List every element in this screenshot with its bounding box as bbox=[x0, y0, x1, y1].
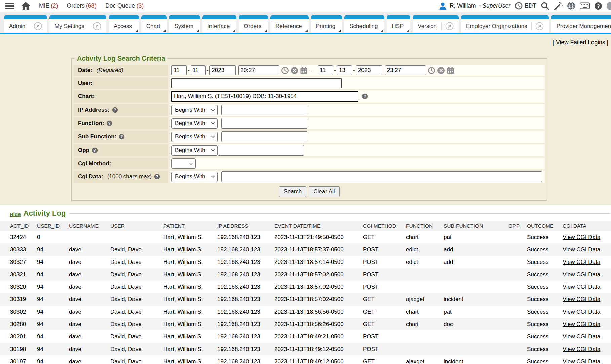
view-cgi-data-link[interactable]: View CGI Data bbox=[563, 321, 600, 327]
view-cgi-data-link[interactable]: View CGI Data bbox=[563, 296, 600, 302]
from-year-input[interactable] bbox=[209, 65, 236, 75]
sort-link[interactable]: FUNCTION bbox=[406, 223, 433, 229]
sub-function-op-select[interactable]: Begins With bbox=[171, 132, 218, 142]
to-month-input[interactable] bbox=[318, 65, 333, 75]
nav-orders[interactable]: Orders(68) bbox=[67, 2, 97, 9]
hide-log-link[interactable]: Hide bbox=[10, 211, 21, 218]
keyboard-icon[interactable] bbox=[580, 2, 590, 9]
to-day-input[interactable] bbox=[337, 65, 352, 75]
cgi-data-help-icon[interactable]: ? bbox=[154, 174, 160, 180]
sort-link[interactable]: USER_ID bbox=[37, 223, 60, 229]
cell-event: 2023-11-13T18:57:14-0500 bbox=[274, 256, 363, 268]
help-icon[interactable]: ? bbox=[594, 2, 602, 10]
from-time-input[interactable] bbox=[238, 65, 279, 75]
open-in-new-icon[interactable] bbox=[441, 22, 454, 30]
tab-my-settings[interactable]: My Settings bbox=[49, 15, 106, 33]
view-cgi-data-link[interactable]: View CGI Data bbox=[563, 333, 600, 340]
home-icon[interactable] bbox=[21, 2, 30, 10]
view-cgi-data-link[interactable]: View CGI Data bbox=[563, 259, 600, 265]
sort-link[interactable]: USER bbox=[110, 223, 125, 229]
sort-link[interactable]: IP ADDRESS bbox=[217, 223, 249, 229]
cgi-data-op-select[interactable]: Begins With bbox=[171, 172, 218, 182]
search-icon[interactable] bbox=[541, 2, 549, 10]
sort-link[interactable]: ACT_ID bbox=[10, 223, 29, 229]
cell-method: POST bbox=[363, 330, 406, 343]
view-cgi-data-link[interactable]: View CGI Data bbox=[563, 234, 600, 240]
ip-help-icon[interactable]: ? bbox=[112, 107, 118, 113]
tab-reference[interactable]: Reference bbox=[270, 15, 308, 33]
to-time-clock-icon[interactable] bbox=[428, 67, 435, 74]
to-time-input[interactable] bbox=[385, 65, 426, 75]
sort-link[interactable]: OUTCOME bbox=[527, 223, 553, 229]
to-date-clear-icon[interactable] bbox=[437, 67, 445, 74]
timezone-indicator[interactable]: EDT bbox=[515, 2, 536, 10]
opp-help-icon[interactable]: ? bbox=[92, 147, 98, 153]
cgi-data-input[interactable] bbox=[221, 171, 542, 182]
tab-system[interactable]: System bbox=[169, 15, 200, 33]
opp-op-select[interactable]: Begins With bbox=[171, 145, 218, 156]
view-cgi-data-link[interactable]: View CGI Data bbox=[563, 284, 600, 290]
sort-link[interactable]: PATIENT bbox=[163, 223, 185, 229]
view-failed-logins-link[interactable]: View Failed Logins bbox=[556, 39, 605, 46]
tab-chart[interactable]: Chart bbox=[141, 15, 167, 33]
cgi-method-select[interactable] bbox=[171, 158, 196, 169]
current-user[interactable]: R, William - SuperUser bbox=[438, 2, 510, 10]
view-cgi-data-link[interactable]: View CGI Data bbox=[563, 271, 600, 278]
search-button[interactable]: Search bbox=[279, 186, 306, 197]
criteria-area: | View Failed Logins | Activity Log Sear… bbox=[0, 34, 611, 205]
globe-icon[interactable] bbox=[567, 2, 575, 10]
from-date-calendar-icon[interactable] bbox=[300, 67, 308, 74]
tab-version[interactable]: Version bbox=[413, 15, 459, 33]
opp-input[interactable] bbox=[218, 145, 304, 156]
sort-link[interactable]: EVENT DATE/TIME bbox=[274, 223, 320, 229]
tab-interface[interactable]: Interface bbox=[202, 15, 236, 33]
tab-admin[interactable]: Admin bbox=[4, 15, 47, 33]
chart-help-icon[interactable]: ? bbox=[362, 93, 368, 99]
view-cgi-data-link[interactable]: View CGI Data bbox=[563, 358, 600, 364]
sort-link[interactable]: SUB-FUNCTION bbox=[444, 223, 483, 229]
view-cgi-data-link[interactable]: View CGI Data bbox=[563, 309, 600, 315]
from-month-input[interactable] bbox=[171, 65, 187, 75]
partial-avatar-icon[interactable] bbox=[607, 2, 611, 10]
cell-function bbox=[406, 330, 444, 343]
sort-link[interactable]: USERNAME bbox=[69, 223, 99, 229]
function-help-icon[interactable]: ? bbox=[106, 120, 112, 126]
clock-icon bbox=[515, 2, 523, 10]
nav-mie[interactable]: MIE(2) bbox=[39, 2, 58, 9]
clear-all-button[interactable]: Clear All bbox=[309, 186, 339, 197]
tab-scheduling[interactable]: Scheduling bbox=[344, 15, 384, 33]
from-date-clear-icon[interactable] bbox=[291, 67, 298, 74]
tab-provider-management[interactable]: Provider Management bbox=[551, 15, 611, 33]
tab-employer-organizations[interactable]: Employer Organizations bbox=[461, 15, 549, 33]
ip-input[interactable] bbox=[221, 105, 307, 115]
from-day-input[interactable] bbox=[191, 65, 206, 75]
nav-doc-queue[interactable]: Doc Queue(3) bbox=[105, 2, 144, 9]
open-in-new-icon[interactable] bbox=[30, 22, 42, 30]
sort-link[interactable]: CGI METHOD bbox=[363, 223, 396, 229]
from-time-clock-icon[interactable] bbox=[281, 67, 289, 74]
tab-access[interactable]: Access bbox=[109, 15, 139, 33]
sub-function-input[interactable] bbox=[221, 131, 307, 142]
function-input[interactable] bbox=[221, 118, 307, 129]
sort-link[interactable]: OPP bbox=[508, 223, 520, 229]
open-in-new-icon[interactable] bbox=[531, 22, 544, 30]
cell-user: David, Dave bbox=[110, 293, 163, 306]
tab-orders[interactable]: Orders bbox=[239, 15, 268, 33]
chart-input[interactable] bbox=[171, 91, 358, 102]
view-cgi-data-link[interactable]: View CGI Data bbox=[563, 246, 600, 253]
user-input[interactable] bbox=[171, 78, 342, 88]
cell-patient: Hart, William S. bbox=[163, 231, 217, 243]
open-in-new-icon[interactable] bbox=[89, 22, 101, 30]
to-date-calendar-icon[interactable] bbox=[447, 67, 454, 74]
sort-link[interactable]: CGI DATA bbox=[563, 223, 586, 229]
cell-patient: Hart, William S. bbox=[163, 306, 217, 318]
hamburger-menu-icon[interactable] bbox=[5, 3, 14, 9]
wand-icon[interactable] bbox=[554, 2, 563, 10]
to-year-input[interactable] bbox=[356, 65, 382, 75]
ip-op-select[interactable]: Begins With bbox=[171, 105, 218, 115]
tab-printing[interactable]: Printing bbox=[311, 15, 342, 33]
tab-hsp[interactable]: HSP bbox=[387, 15, 410, 33]
function-op-select[interactable]: Begins With bbox=[171, 118, 218, 129]
sub-function-help-icon[interactable]: ? bbox=[119, 134, 125, 140]
view-cgi-data-link[interactable]: View CGI Data bbox=[563, 346, 600, 352]
